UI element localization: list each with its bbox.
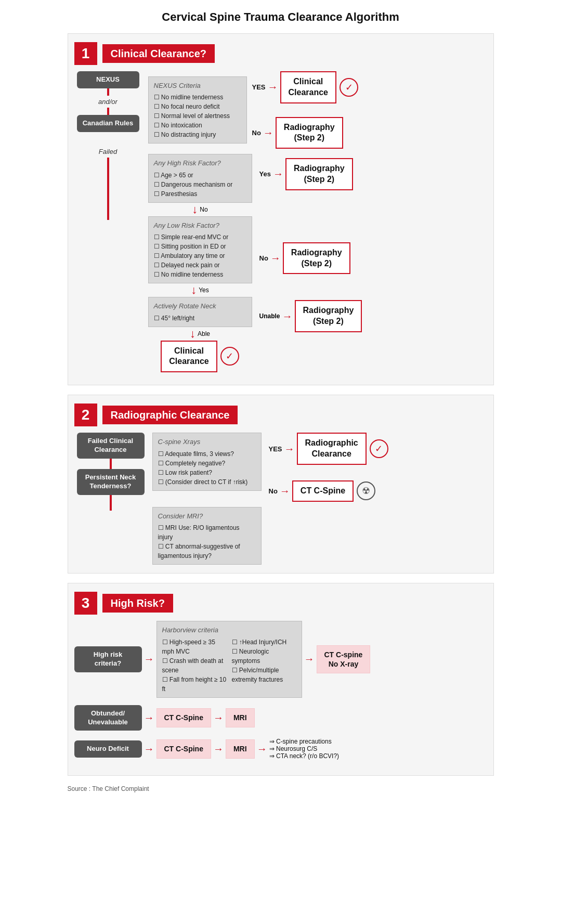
arrow-no: → — [263, 127, 273, 139]
vline-nexus — [107, 88, 109, 96]
mri-obtunded: MRI — [226, 708, 255, 727]
nexus-criteria-title: NEXUS Criteria — [154, 81, 241, 91]
consider-mri-title: Consider MRI? — [158, 511, 256, 522]
low-risk-item: Simple rear-end MVC or — [154, 232, 246, 242]
arrow-unable: → — [282, 310, 293, 322]
clinical-clearance-outcome2: ClinicalClearance — [161, 341, 217, 373]
consider-mri-box: Consider MRI? MRI Use: R/O ligamentous i… — [152, 507, 262, 565]
nexus-criteria-item: Normal level of alertness — [154, 111, 241, 121]
low-risk-item: Ambulatory any time or — [154, 251, 246, 261]
cspine-criteria-item: Completely negative? — [158, 459, 256, 468]
section3-number: 3 — [74, 592, 97, 615]
check-icon-1: ✓ — [340, 78, 358, 97]
high-risk-criteria-box: Any High Risk Factor? Age > 65 or Danger… — [148, 154, 252, 203]
section2-title: Radiographic Clearance — [102, 406, 238, 424]
radiography-step2-3: Radiography(Step 2) — [283, 242, 350, 275]
clinical-clearance-outcome1: ClinicalClearance — [280, 71, 337, 103]
persistent-neck-node: Persistent NeckTenderness? — [77, 469, 145, 495]
high-risk-item: Age > 65 or — [154, 171, 246, 180]
nexus-yes-label: YES — [252, 83, 266, 91]
vline-failed — [107, 158, 109, 220]
andor-label: and/or — [98, 98, 118, 106]
low-risk-item: Sitting position in ED or — [154, 242, 246, 251]
arrow-s3-6: → — [213, 743, 224, 755]
rotate-title: Actively Rotate Neck — [154, 301, 246, 311]
harborview-right-item: ↑Head Injury/ICH — [232, 637, 296, 647]
neuro-deficit-node: Neuro Deficit — [74, 740, 142, 758]
nexus-criteria-item: No intoxication — [154, 121, 241, 130]
low-risk-item: No midline tenderness — [154, 270, 246, 279]
check-icon-2: ✓ — [220, 347, 239, 366]
rotate-item: 45° left/right — [154, 314, 246, 323]
section1-title: Clinical Clearance? — [102, 44, 215, 63]
harborview-right-item: Pelvic/multiple extremity fractures — [232, 666, 296, 684]
arrow-s3-7: → — [257, 743, 267, 755]
ct-cspine-obtunded: CT C-Spine — [156, 708, 211, 727]
arrow-down-lowrisk: ↓ — [191, 284, 197, 296]
harborview-left-item: Fall from height ≥ 10 ft — [162, 675, 227, 694]
ct-cspine-neuro: CT C-Spine — [156, 739, 211, 758]
s3-neuro-row: Neuro Deficit → CT C-Spine → MRI → ⇒ C-s… — [74, 738, 487, 760]
harborview-box: Harborview criteria High-speed ≥ 35 mph … — [156, 621, 302, 698]
section-3: 3 High Risk? High risk criteria? → Harbo… — [68, 583, 494, 776]
cspine-criteria-item: (Consider direct to CT if ↑risk) — [158, 477, 256, 487]
low-risk-list: Simple rear-end MVC or Sitting position … — [154, 232, 246, 279]
page-title: Cervical Spine Trauma Clearance Algorith… — [68, 10, 494, 24]
harborview-title: Harborview criteria — [162, 625, 296, 635]
arrow-s3-4: → — [213, 712, 224, 724]
cspine-criteria-item: Low risk patient? — [158, 468, 256, 477]
arrow-highrisk-yes: → — [273, 168, 283, 180]
section-2: 2 Radiographic Clearance Failed Clinical… — [68, 395, 494, 574]
nexus-criteria-item: No distracting injury — [154, 130, 241, 139]
radiography-step2-outcome1: Radiography(Step 2) — [276, 117, 343, 149]
section3-header: 3 High Risk? — [74, 592, 487, 615]
ct-no-xray: CT C-spineNo X-ray — [317, 645, 371, 673]
failed-clinical-node: Failed ClinicalClearance — [77, 433, 145, 459]
rotate-list: 45° left/right — [154, 314, 246, 323]
arrow-s2-no: → — [280, 485, 290, 497]
mri-neuro: MRI — [226, 739, 255, 758]
neuro-outcomes: ⇒ C-spine precautions ⇒ Neurosurg C/S ⇒ … — [269, 738, 339, 760]
cspine-criteria-list: Adequate films, 3 views? Completely nega… — [158, 449, 256, 487]
arrow-s3-2: → — [304, 653, 315, 665]
unable-label: Unable — [259, 313, 280, 320]
cspine-criteria-item: Adequate films, 3 views? — [158, 449, 256, 459]
high-risk-criteria-node: High risk criteria? — [74, 646, 142, 672]
high-risk-title: Any High Risk Factor? — [154, 158, 246, 168]
failed-label: Failed — [99, 148, 117, 155]
harborview-left-item: High-speed ≥ 35 mph MVC — [162, 637, 227, 656]
vline-andor — [107, 108, 109, 115]
high-risk-item: Dangerous mechanism or — [154, 180, 246, 189]
s3-high-risk-row: High risk criteria? → Harborview criteri… — [74, 621, 487, 698]
s2-yes-label: YES — [269, 445, 282, 453]
section2-number: 2 — [74, 404, 97, 426]
section1-number: 1 — [74, 42, 97, 65]
ct-cspine-outcome: CT C-Spine — [292, 480, 354, 502]
harborview-left-item: Crash with death at scene — [162, 656, 227, 675]
nexus-criteria-box: NEXUS Criteria No midline tenderness No … — [148, 76, 247, 144]
arrow-s2-yes: → — [284, 443, 295, 455]
high-risk-item: Paresthesias — [154, 189, 246, 199]
able-label: Able — [198, 330, 210, 337]
arrow-yes: → — [268, 81, 278, 93]
low-risk-criteria-box: Any Low Risk Factor? Simple rear-end MVC… — [148, 216, 252, 284]
nexus-criteria-item: No focal neuro deficit — [154, 102, 241, 111]
radiographic-clearance: RadiographicClearance — [297, 433, 367, 465]
section2-header: 2 Radiographic Clearance — [74, 404, 487, 426]
arrow-down-highrisk: ↓ — [192, 204, 198, 215]
check-icon-3: ✓ — [370, 439, 388, 458]
arrow-lowrisk-no: → — [270, 252, 281, 264]
s3-obtunded-row: Obtunded/ Unevaluable → CT C-Spine → MRI — [74, 705, 487, 731]
rotate-neck-box: Actively Rotate Neck 45° left/right — [148, 297, 252, 327]
harborview-left-list: High-speed ≥ 35 mph MVC Crash with death… — [162, 637, 227, 694]
yes-label-lowrisk: Yes — [199, 287, 209, 294]
arrow-s3-5: → — [144, 743, 154, 755]
cspine-xrays-title: C-spine Xrays — [158, 437, 256, 447]
no-label-highrisk: No — [200, 206, 207, 213]
vline-s2-2 — [110, 495, 112, 511]
radiation-icon: ☢ — [357, 481, 375, 500]
low-risk-title: Any Low Risk Factor? — [154, 220, 246, 231]
harborview-right-list: ↑Head Injury/ICH Neurologic symptoms Pel… — [232, 637, 296, 694]
mri-criteria-item: MRI Use: R/O ligamentous injury — [158, 523, 256, 542]
section-1: 1 Clinical Clearance? NEXUS and/or Canad… — [68, 33, 494, 385]
